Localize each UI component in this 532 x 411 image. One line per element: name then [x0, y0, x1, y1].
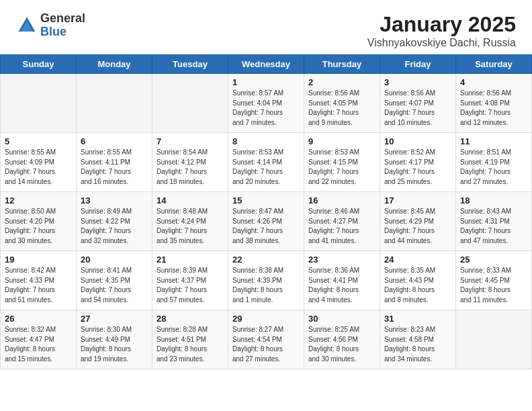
- weekday-header: Sunday: [1, 55, 77, 74]
- day-number: 17: [384, 195, 451, 205]
- day-info: Sunrise: 8:27 AM Sunset: 4:54 PM Dayligh…: [232, 325, 300, 364]
- logo-icon: [16, 15, 38, 36]
- calendar-cell: 24Sunrise: 8:35 AM Sunset: 4:43 PM Dayli…: [380, 251, 456, 310]
- day-info: Sunrise: 8:38 AM Sunset: 4:39 PM Dayligh…: [232, 266, 300, 305]
- day-info: Sunrise: 8:35 AM Sunset: 4:43 PM Dayligh…: [384, 266, 451, 305]
- calendar-cell: 15Sunrise: 8:47 AM Sunset: 4:26 PM Dayli…: [228, 192, 304, 251]
- calendar-week-row: 1Sunrise: 8:57 AM Sunset: 4:04 PM Daylig…: [1, 74, 532, 133]
- day-number: 31: [384, 314, 451, 324]
- day-number: 18: [460, 195, 527, 205]
- day-number: 26: [5, 314, 72, 324]
- day-number: 12: [5, 195, 72, 205]
- day-info: Sunrise: 8:56 AM Sunset: 4:08 PM Dayligh…: [460, 89, 527, 128]
- day-info: Sunrise: 8:32 AM Sunset: 4:47 PM Dayligh…: [5, 325, 72, 364]
- day-info: Sunrise: 8:42 AM Sunset: 4:33 PM Dayligh…: [5, 266, 72, 305]
- calendar-cell: [77, 74, 152, 133]
- calendar-cell: 29Sunrise: 8:27 AM Sunset: 4:54 PM Dayli…: [228, 310, 304, 369]
- calendar-week-row: 5Sunrise: 8:55 AM Sunset: 4:09 PM Daylig…: [1, 133, 532, 192]
- calendar-cell: 16Sunrise: 8:46 AM Sunset: 4:27 PM Dayli…: [304, 192, 380, 251]
- calendar-week-row: 12Sunrise: 8:50 AM Sunset: 4:20 PM Dayli…: [1, 192, 532, 251]
- day-info: Sunrise: 8:56 AM Sunset: 4:05 PM Dayligh…: [308, 89, 375, 128]
- day-number: 29: [232, 314, 300, 324]
- day-info: Sunrise: 8:41 AM Sunset: 4:35 PM Dayligh…: [81, 266, 148, 305]
- day-info: Sunrise: 8:46 AM Sunset: 4:27 PM Dayligh…: [308, 207, 375, 246]
- day-number: 1: [232, 77, 300, 87]
- day-number: 4: [460, 77, 527, 87]
- weekday-header: Friday: [380, 55, 456, 74]
- day-info: Sunrise: 8:36 AM Sunset: 4:41 PM Dayligh…: [308, 266, 375, 305]
- day-info: Sunrise: 8:47 AM Sunset: 4:26 PM Dayligh…: [232, 207, 300, 246]
- day-info: Sunrise: 8:39 AM Sunset: 4:37 PM Dayligh…: [157, 266, 224, 305]
- day-info: Sunrise: 8:25 AM Sunset: 4:56 PM Dayligh…: [308, 325, 375, 364]
- calendar-cell: 19Sunrise: 8:42 AM Sunset: 4:33 PM Dayli…: [1, 251, 77, 310]
- page-header: General Blue January 2025 Vishnyakovskiy…: [0, 0, 532, 54]
- calendar-cell: 8Sunrise: 8:53 AM Sunset: 4:14 PM Daylig…: [228, 133, 304, 192]
- day-info: Sunrise: 8:23 AM Sunset: 4:58 PM Dayligh…: [384, 325, 451, 364]
- day-info: Sunrise: 8:54 AM Sunset: 4:12 PM Dayligh…: [157, 148, 224, 187]
- calendar-cell: 6Sunrise: 8:55 AM Sunset: 4:11 PM Daylig…: [77, 133, 152, 192]
- calendar-cell: 5Sunrise: 8:55 AM Sunset: 4:09 PM Daylig…: [1, 133, 77, 192]
- day-number: 25: [460, 255, 527, 265]
- calendar-cell: 20Sunrise: 8:41 AM Sunset: 4:35 PM Dayli…: [77, 251, 152, 310]
- calendar-cell: 13Sunrise: 8:49 AM Sunset: 4:22 PM Dayli…: [77, 192, 152, 251]
- calendar-title: January 2025: [367, 12, 516, 37]
- calendar-cell: 10Sunrise: 8:52 AM Sunset: 4:17 PM Dayli…: [380, 133, 456, 192]
- title-block: January 2025 Vishnyakovskiye Dachi, Russ…: [367, 12, 516, 49]
- day-number: 27: [81, 314, 148, 324]
- calendar-cell: [456, 310, 532, 369]
- calendar-cell: 17Sunrise: 8:45 AM Sunset: 4:29 PM Dayli…: [380, 192, 456, 251]
- day-info: Sunrise: 8:53 AM Sunset: 4:15 PM Dayligh…: [308, 148, 375, 187]
- calendar-cell: 9Sunrise: 8:53 AM Sunset: 4:15 PM Daylig…: [304, 133, 380, 192]
- day-info: Sunrise: 8:30 AM Sunset: 4:49 PM Dayligh…: [81, 325, 148, 364]
- day-info: Sunrise: 8:48 AM Sunset: 4:24 PM Dayligh…: [157, 207, 224, 246]
- day-number: 11: [460, 136, 527, 146]
- day-number: 5: [5, 136, 72, 146]
- day-info: Sunrise: 8:53 AM Sunset: 4:14 PM Dayligh…: [232, 148, 300, 187]
- calendar-cell: 21Sunrise: 8:39 AM Sunset: 4:37 PM Dayli…: [152, 251, 228, 310]
- day-number: 22: [232, 255, 300, 265]
- calendar-cell: 26Sunrise: 8:32 AM Sunset: 4:47 PM Dayli…: [1, 310, 77, 369]
- day-number: 6: [81, 136, 148, 146]
- logo-text: General Blue: [40, 12, 85, 39]
- day-info: Sunrise: 8:49 AM Sunset: 4:22 PM Dayligh…: [81, 207, 148, 246]
- calendar-cell: 14Sunrise: 8:48 AM Sunset: 4:24 PM Dayli…: [152, 192, 228, 251]
- calendar-cell: 4Sunrise: 8:56 AM Sunset: 4:08 PM Daylig…: [456, 74, 532, 133]
- calendar-cell: 3Sunrise: 8:56 AM Sunset: 4:07 PM Daylig…: [380, 74, 456, 133]
- day-number: 16: [308, 195, 375, 205]
- calendar-cell: 31Sunrise: 8:23 AM Sunset: 4:58 PM Dayli…: [380, 310, 456, 369]
- day-number: 10: [384, 136, 451, 146]
- logo-blue-text: Blue: [40, 26, 85, 39]
- day-number: 24: [384, 255, 451, 265]
- day-info: Sunrise: 8:50 AM Sunset: 4:20 PM Dayligh…: [5, 207, 72, 246]
- calendar-cell: [152, 74, 228, 133]
- calendar-week-row: 19Sunrise: 8:42 AM Sunset: 4:33 PM Dayli…: [1, 251, 532, 310]
- calendar-cell: 12Sunrise: 8:50 AM Sunset: 4:20 PM Dayli…: [1, 192, 77, 251]
- day-info: Sunrise: 8:55 AM Sunset: 4:09 PM Dayligh…: [5, 148, 72, 187]
- day-number: 2: [308, 77, 375, 87]
- calendar-cell: 23Sunrise: 8:36 AM Sunset: 4:41 PM Dayli…: [304, 251, 380, 310]
- calendar-cell: 11Sunrise: 8:51 AM Sunset: 4:19 PM Dayli…: [456, 133, 532, 192]
- calendar-cell: 18Sunrise: 8:43 AM Sunset: 4:31 PM Dayli…: [456, 192, 532, 251]
- calendar-cell: 22Sunrise: 8:38 AM Sunset: 4:39 PM Dayli…: [228, 251, 304, 310]
- day-info: Sunrise: 8:45 AM Sunset: 4:29 PM Dayligh…: [384, 207, 451, 246]
- day-number: 13: [81, 195, 148, 205]
- calendar-cell: [1, 74, 77, 133]
- day-number: 19: [5, 255, 72, 265]
- day-number: 3: [384, 77, 451, 87]
- calendar-cell: 30Sunrise: 8:25 AM Sunset: 4:56 PM Dayli…: [304, 310, 380, 369]
- calendar-cell: 28Sunrise: 8:28 AM Sunset: 4:51 PM Dayli…: [152, 310, 228, 369]
- day-info: Sunrise: 8:55 AM Sunset: 4:11 PM Dayligh…: [81, 148, 148, 187]
- day-info: Sunrise: 8:56 AM Sunset: 4:07 PM Dayligh…: [384, 89, 451, 128]
- day-info: Sunrise: 8:43 AM Sunset: 4:31 PM Dayligh…: [460, 207, 527, 246]
- weekday-header: Saturday: [456, 55, 532, 74]
- day-number: 14: [157, 195, 224, 205]
- calendar-header-row: SundayMondayTuesdayWednesdayThursdayFrid…: [1, 55, 532, 74]
- calendar-location: Vishnyakovskiye Dachi, Russia: [367, 37, 516, 49]
- day-number: 23: [308, 255, 375, 265]
- weekday-header: Thursday: [304, 55, 380, 74]
- day-number: 9: [308, 136, 375, 146]
- calendar-cell: 25Sunrise: 8:33 AM Sunset: 4:45 PM Dayli…: [456, 251, 532, 310]
- calendar-table: SundayMondayTuesdayWednesdayThursdayFrid…: [0, 54, 532, 369]
- day-info: Sunrise: 8:28 AM Sunset: 4:51 PM Dayligh…: [157, 325, 224, 364]
- calendar-cell: 7Sunrise: 8:54 AM Sunset: 4:12 PM Daylig…: [152, 133, 228, 192]
